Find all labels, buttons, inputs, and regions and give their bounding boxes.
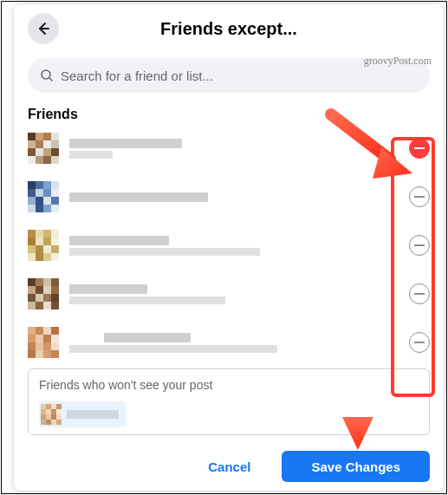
modal-title: Friends except... — [160, 19, 297, 39]
svg-line-2 — [49, 78, 52, 81]
friend-name-redacted — [69, 233, 399, 258]
modal-header: Friends except... — [14, 4, 444, 53]
modal-footer: Cancel Save Changes — [28, 451, 430, 482]
back-button[interactable] — [28, 13, 59, 44]
friend-name-redacted — [69, 282, 399, 307]
cancel-button[interactable]: Cancel — [187, 451, 271, 482]
minus-icon — [414, 196, 425, 198]
friend-row[interactable] — [28, 124, 430, 173]
exclude-toggle[interactable] — [409, 235, 430, 256]
exclude-toggle[interactable] — [409, 138, 430, 159]
avatar — [28, 278, 59, 309]
excluded-friends-box: Friends who won't see your post — [28, 368, 430, 435]
search-placeholder: Search for a friend or list... — [61, 68, 213, 83]
screenshot-frame: Friends except... groovyPost.com Search … — [1, 1, 447, 494]
excluded-friend-chip[interactable] — [39, 401, 126, 427]
avatar — [28, 327, 59, 358]
arrow-left-icon — [35, 20, 52, 37]
chip-name-redacted — [67, 410, 119, 419]
minus-icon — [414, 293, 425, 295]
exclude-toggle[interactable] — [409, 186, 430, 207]
search-icon — [40, 68, 54, 82]
friend-name-redacted — [69, 136, 399, 161]
friends-section-label: Friends — [14, 101, 444, 124]
avatar — [41, 404, 62, 425]
save-changes-button[interactable]: Save Changes — [282, 451, 430, 482]
avatar — [28, 133, 59, 164]
friend-name-redacted — [69, 190, 399, 205]
exclude-toggle[interactable] — [409, 332, 430, 353]
friend-row[interactable] — [28, 318, 430, 367]
avatar — [28, 230, 59, 261]
exclude-toggle[interactable] — [409, 283, 430, 304]
friend-row[interactable] — [28, 173, 430, 221]
avatar — [28, 181, 59, 212]
excluded-label: Friends who won't see your post — [39, 378, 419, 392]
friend-row[interactable] — [28, 270, 430, 318]
minus-icon — [414, 147, 425, 149]
friend-row[interactable] — [28, 221, 430, 270]
minus-icon — [414, 342, 425, 343]
friends-except-modal: Friends except... groovyPost.com Search … — [14, 4, 444, 491]
friends-list — [14, 124, 444, 367]
friend-name-redacted — [69, 330, 399, 355]
watermark-text: groovyPost.com — [364, 55, 432, 68]
minus-icon — [414, 244, 425, 246]
